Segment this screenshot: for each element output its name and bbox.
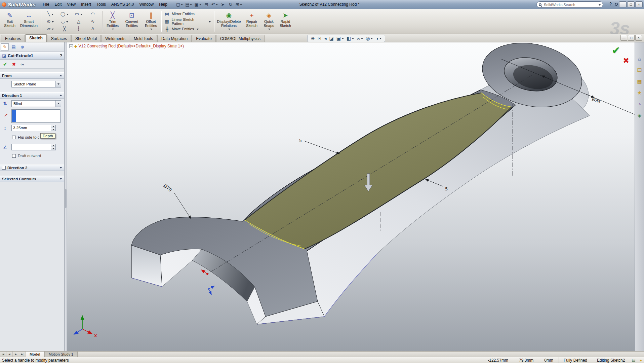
model-canvas[interactable]: 5 5 Ø70 Ø35 X	[67, 42, 635, 351]
model-tab[interactable]: Model	[26, 352, 45, 357]
section-view-icon[interactable]: ◪	[329, 36, 334, 41]
next-tab-button[interactable]: ▶	[13, 352, 19, 357]
edit-appearance-icon[interactable]: ◎	[366, 36, 373, 41]
direction-selection-box[interactable]	[11, 109, 61, 123]
offset-entities-button[interactable]: ∥ Offset Entities	[142, 10, 160, 33]
move-entities-button[interactable]: ╋Move Entities	[164, 27, 211, 32]
close-button[interactable]: ×	[635, 1, 643, 7]
draft-spinner[interactable]	[11, 144, 56, 150]
display-delete-relations-button[interactable]: ◉ Display/Delete Relations	[215, 10, 242, 33]
tab-sheet-metal[interactable]: Sheet Metal	[71, 35, 101, 42]
confirm-ok-icon[interactable]: ✔	[612, 44, 620, 56]
point-tool-icon[interactable]: ⊙	[43, 18, 57, 25]
rapid-sketch-button[interactable]: ➤ Rapid Sketch	[277, 10, 293, 33]
tab-data-migration[interactable]: Data Migration	[157, 35, 192, 42]
confirm-cancel-icon[interactable]: ✖	[623, 56, 629, 65]
help-icon[interactable]: ?	[609, 2, 612, 6]
dropdown-button[interactable]	[55, 81, 61, 87]
motion-study-tab[interactable]: Motion Study 1	[45, 352, 78, 357]
pm-help-icon[interactable]: ?	[60, 53, 62, 58]
open-icon[interactable]: ▤	[185, 1, 193, 8]
flip-side-checkbox[interactable]	[12, 136, 16, 139]
splitter-grip[interactable]	[65, 189, 67, 208]
centerline-tool-icon[interactable]: ┆	[72, 25, 86, 33]
dimension-text-d35[interactable]: Ø35	[591, 97, 602, 105]
linear-sketch-pattern-button[interactable]: ▦Linear Sketch Pattern	[164, 17, 211, 26]
zoom-fit-icon[interactable]: ⊕	[311, 36, 315, 41]
spline-tool-icon[interactable]: ∿	[86, 18, 100, 25]
menu-file[interactable]: File	[40, 1, 52, 8]
save-icon[interactable]: ▣	[194, 1, 202, 8]
cancel-button[interactable]: ✖	[12, 62, 16, 67]
spin-down-button[interactable]	[51, 128, 55, 131]
maximize-button[interactable]: □	[627, 1, 635, 7]
group-header-direction1[interactable]: Direction 1	[0, 92, 64, 99]
view-orientation-icon[interactable]: ▣	[336, 36, 344, 41]
parallelogram-tool-icon[interactable]: ▱	[43, 25, 57, 33]
hide-show-items-icon[interactable]: ∞	[357, 36, 363, 41]
arc-tool-icon[interactable]: ◠	[86, 10, 100, 18]
mirror-entities-button[interactable]: ⋈Mirror Entities	[164, 11, 211, 16]
draft-value[interactable]	[12, 144, 51, 150]
tab-surfaces[interactable]: Surfaces	[47, 35, 71, 42]
spin-down-button[interactable]	[51, 147, 55, 150]
spin-up-button[interactable]	[51, 144, 55, 147]
quick-snaps-button[interactable]: ◈ Quick Snaps	[261, 10, 277, 33]
apply-scene-icon[interactable]: ◑	[375, 36, 381, 41]
tangent-arc-tool-icon[interactable]: ◡	[57, 18, 72, 25]
status-flag-icon[interactable]: ▤	[630, 358, 637, 363]
custom-properties-icon[interactable]: ◈	[638, 112, 642, 118]
menu-window[interactable]: Window	[136, 1, 156, 8]
group-header-direction2[interactable]: Direction 2	[0, 165, 64, 171]
search-results-icon[interactable]: ★	[637, 90, 642, 96]
depth-value[interactable]: 3.25mm	[12, 125, 51, 131]
display-style-icon[interactable]: ◧	[347, 36, 354, 41]
dimension-text-5a[interactable]: 5	[299, 138, 302, 143]
dropdown-button[interactable]	[55, 101, 61, 107]
zoom-area-icon[interactable]: ⊡	[318, 36, 322, 41]
detailed-preview-icon[interactable]: ∞	[21, 62, 24, 67]
caret-down-icon[interactable]	[599, 4, 601, 6]
doc-restore-button[interactable]: □	[628, 35, 635, 41]
expand-icon[interactable]: +	[69, 44, 73, 48]
draft-outward-checkbox[interactable]	[12, 154, 16, 158]
panel-splitter[interactable]	[65, 42, 67, 351]
end-condition-dropdown[interactable]: Blind	[11, 100, 61, 107]
convert-entities-button[interactable]: ⊡ Convert Entities	[122, 10, 142, 33]
menu-help[interactable]: Help	[156, 1, 170, 8]
menu-ansys[interactable]: ANSYS 14.0	[109, 1, 136, 8]
search-box[interactable]	[536, 1, 603, 8]
feature-tree-root[interactable]: V12 Connecting Rod (Default<<Default>_Di…	[78, 44, 184, 48]
depth-spinner[interactable]: 3.25mm	[11, 125, 56, 131]
group-header-selected-contours[interactable]: Selected Contours	[0, 176, 64, 182]
direction2-checkbox[interactable]	[2, 166, 6, 170]
tab-weldments[interactable]: Weldments	[101, 35, 129, 42]
menu-tools[interactable]: Tools	[94, 1, 109, 8]
graphics-area[interactable]: + ◆ V12 Connecting Rod (Default<<Default…	[67, 42, 635, 351]
tab-features[interactable]: Features	[1, 35, 25, 42]
last-tab-button[interactable]: ▶|	[19, 352, 26, 357]
new-document-icon[interactable]: ▢	[175, 1, 184, 8]
doc-close-button[interactable]: ×	[635, 35, 642, 41]
options-icon[interactable]: ⊞	[235, 1, 243, 8]
select-icon[interactable]: ➤	[219, 1, 226, 8]
exit-sketch-button[interactable]: ✎ Exit Sketch	[2, 10, 18, 33]
previous-tab-button[interactable]: ◀	[6, 352, 13, 357]
trim-entities-button[interactable]: ╳ Trim Entities	[104, 10, 121, 33]
file-explorer-icon[interactable]: ▦	[637, 78, 642, 84]
start-condition-dropdown[interactable]: Sketch Plane	[11, 81, 61, 87]
minimize-button[interactable]: —	[619, 1, 627, 7]
pin-icon[interactable]	[615, 3, 618, 6]
tab-mold-tools[interactable]: Mold Tools	[130, 35, 157, 42]
smart-dimension-button[interactable]: ↔ Smart Dimension	[18, 10, 39, 33]
spin-up-button[interactable]	[51, 125, 55, 128]
previous-view-icon[interactable]: ◂	[324, 36, 326, 41]
menu-insert[interactable]: Insert	[78, 1, 94, 8]
menu-edit[interactable]: Edit	[52, 1, 65, 8]
repair-sketch-button[interactable]: + Repair Sketch	[243, 10, 260, 33]
trim-small-tool-icon[interactable]: ╳	[57, 25, 72, 33]
print-icon[interactable]: ⊟	[203, 1, 210, 8]
ok-button[interactable]: ✔	[3, 61, 7, 67]
appearances-icon[interactable]: ◔	[638, 101, 641, 107]
dimension-text-5b[interactable]: 5	[445, 186, 448, 191]
